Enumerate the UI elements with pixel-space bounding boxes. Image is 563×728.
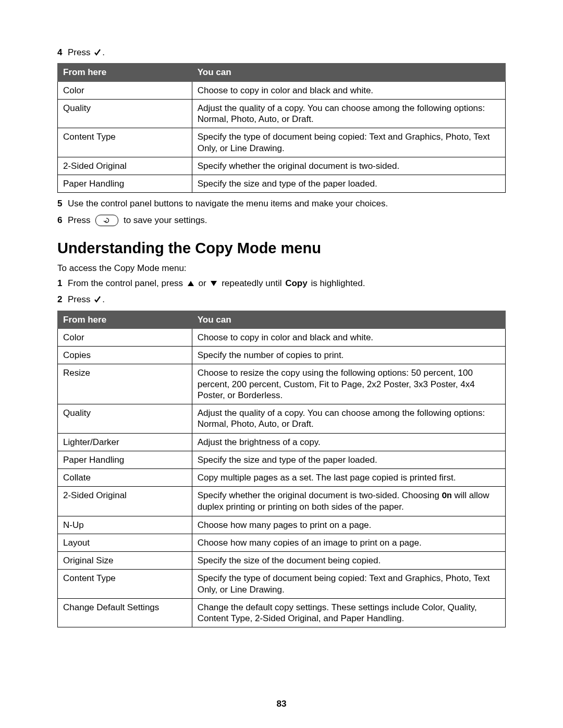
step-number: 6 — [57, 215, 68, 226]
down-arrow-icon — [210, 280, 218, 287]
table-row: CollateCopy multiple pages as a set. The… — [58, 469, 506, 487]
text-fragment: Press — [68, 215, 93, 226]
table-copy-settings: From here You can ColorChoose to copy in… — [57, 63, 506, 193]
text-fragment: or — [196, 278, 209, 289]
step-6: 6 Press to save your settings. — [57, 215, 506, 226]
cell-from: Color — [58, 328, 192, 346]
step-copy-2: 2 Press . — [57, 294, 506, 305]
table-row: Content TypeSpecify the type of document… — [58, 570, 506, 599]
text-fragment: Specify whether the original document is… — [198, 490, 442, 500]
cell-from: Color — [58, 81, 192, 99]
cell-youcan: Change the default copy settings. These … — [192, 598, 505, 627]
table-row: CopiesSpecify the number of copies to pr… — [58, 347, 506, 364]
step-number: 4 — [57, 47, 68, 58]
page-number: 83 — [0, 698, 563, 709]
table-row: QualityAdjust the quality of a copy. You… — [58, 404, 506, 434]
cell-youcan: Specify the type of document being copie… — [192, 570, 505, 599]
cell-from: 2-Sided Original — [58, 157, 192, 175]
step-4: 4 Press . — [57, 47, 506, 58]
step-text: Press . — [68, 47, 506, 58]
text-fragment: repeatedly until — [219, 278, 284, 289]
section-heading: Understanding the Copy Mode menu — [57, 239, 506, 257]
step-number: 5 — [57, 198, 68, 209]
table-row: ColorChoose to copy in color and black a… — [58, 328, 506, 346]
cell-youcan: Specify the size and type of the paper l… — [192, 175, 505, 193]
back-key-icon — [95, 215, 118, 226]
column-header-from: From here — [58, 311, 192, 328]
cell-youcan: Choose to copy in color and black and wh… — [192, 81, 505, 99]
cell-youcan: Choose how many pages to print on a page… — [192, 516, 505, 534]
text-fragment: Use the control panel buttons to navigat… — [68, 198, 388, 209]
step-text: Press to save your settings. — [68, 215, 506, 226]
cell-youcan: Adjust the brightness of a copy. — [192, 433, 505, 451]
cell-from: Layout — [58, 534, 192, 551]
cell-from: Original Size — [58, 552, 192, 570]
cell-from: Paper Handling — [58, 175, 192, 193]
cell-youcan: Choose how many copies of an image to pr… — [192, 534, 505, 551]
cell-from: Quality — [58, 99, 192, 128]
cell-youcan: Specify whether the original document is… — [192, 487, 505, 516]
cell-youcan: Specify the type of document being copie… — [192, 128, 505, 157]
intro-text: To access the Copy Mode menu: — [57, 263, 506, 274]
table-copy-mode-menu: From here You can ColorChoose to copy in… — [57, 311, 506, 628]
cell-from: Content Type — [58, 128, 192, 157]
text-fragment: . — [102, 47, 105, 58]
cell-from: 2-Sided Original — [58, 487, 192, 516]
table-row: Original SizeSpecify the size of the doc… — [58, 552, 506, 570]
step-text: From the control panel, press or repeate… — [68, 278, 506, 289]
cell-youcan: Choose to resize the copy using the foll… — [192, 364, 505, 404]
step-number: 1 — [57, 278, 68, 289]
column-header-youcan: You can — [192, 311, 505, 328]
cell-youcan: Specify whether the original document is… — [192, 157, 505, 175]
table-header-row: From here You can — [58, 311, 506, 328]
cell-from: Paper Handling — [58, 451, 192, 468]
table-row: LayoutChoose how many copies of an image… — [58, 534, 506, 551]
cell-from: Content Type — [58, 570, 192, 599]
cell-from: Collate — [58, 469, 192, 487]
text-fragment: . — [102, 294, 105, 305]
table-row: Change Default SettingsChange the defaul… — [58, 598, 506, 627]
mono-text: On — [442, 491, 451, 501]
text-fragment: Press — [68, 294, 93, 305]
table-row: N-UpChoose how many pages to print on a … — [58, 516, 506, 534]
step-text: Press . — [68, 294, 506, 305]
column-header-from: From here — [58, 64, 192, 81]
up-arrow-icon — [187, 280, 195, 287]
cell-from: N-Up — [58, 516, 192, 534]
text-fragment: is highlighted. — [309, 278, 365, 289]
table-row: 2-Sided OriginalSpecify whether the orig… — [58, 157, 506, 175]
table-header-row: From here You can — [58, 64, 506, 81]
table-row: 2-Sided OriginalSpecify whether the orig… — [58, 487, 506, 516]
cell-from: Lighter/Darker — [58, 433, 192, 451]
table-row: Lighter/DarkerAdjust the brightness of a… — [58, 433, 506, 451]
step-5: 5 Use the control panel buttons to navig… — [57, 198, 506, 209]
table-row: ResizeChoose to resize the copy using th… — [58, 364, 506, 404]
text-fragment: to save your settings. — [121, 215, 207, 226]
text-fragment: From the control panel, press — [68, 278, 186, 289]
cell-youcan: Specify the size and type of the paper l… — [192, 451, 505, 468]
cell-from: Quality — [58, 404, 192, 434]
table-row: Paper HandlingSpecify the size and type … — [58, 451, 506, 468]
text-fragment: Press — [68, 47, 93, 58]
step-copy-1: 1 From the control panel, press or repea… — [57, 278, 506, 289]
cell-from: Change Default Settings — [58, 598, 192, 627]
step-number: 2 — [57, 294, 68, 305]
bold-text: Copy — [285, 278, 308, 289]
table-row: ColorChoose to copy in color and black a… — [58, 81, 506, 99]
column-header-youcan: You can — [192, 64, 505, 81]
cell-youcan: Adjust the quality of a copy. You can ch… — [192, 99, 505, 128]
cell-youcan: Choose to copy in color and black and wh… — [192, 328, 505, 346]
cell-youcan: Copy multiple pages as a set. The last p… — [192, 469, 505, 487]
cell-youcan: Specify the number of copies to print. — [192, 347, 505, 364]
table-row: Paper HandlingSpecify the size and type … — [58, 175, 506, 193]
check-icon — [94, 296, 101, 303]
document-page: 4 Press . From here You can ColorChoose … — [0, 0, 563, 728]
cell-from: Copies — [58, 347, 192, 364]
cell-from: Resize — [58, 364, 192, 404]
check-icon — [94, 49, 101, 56]
step-text: Use the control panel buttons to navigat… — [68, 198, 506, 209]
table-row: QualityAdjust the quality of a copy. You… — [58, 99, 506, 128]
table-row: Content TypeSpecify the type of document… — [58, 128, 506, 157]
cell-youcan: Specify the size of the document being c… — [192, 552, 505, 570]
cell-youcan: Adjust the quality of a copy. You can ch… — [192, 404, 505, 434]
